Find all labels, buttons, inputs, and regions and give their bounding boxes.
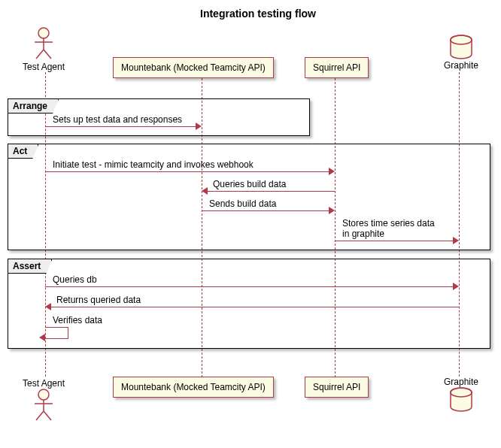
actor-test-agent-bottom: Test Agent [23,377,65,422]
diagram-title: Integration testing flow [8,8,501,20]
actor-test-agent-top: Test Agent [23,27,65,72]
message-stores-ts: Stores time series data in graphite [335,219,459,233]
group-assert-label: Assert [8,259,52,274]
participant-mountebank-top: Mountebank (Mocked Teamcity API) [113,57,274,78]
participant-mountebank-bottom: Mountebank (Mocked Teamcity API) [113,377,274,398]
svg-point-7 [38,389,49,400]
message-initiate: Initiate test - mimic teamcity and invok… [45,161,335,174]
participant-squirrel-bottom: Squirrel API [305,377,369,398]
message-sends-build-label: Sends build data [209,198,276,209]
participant-squirrel-top: Squirrel API [305,57,369,78]
message-initiate-label: Initiate test - mimic teamcity and invok… [53,159,254,170]
group-arrange-label: Arrange [8,99,59,114]
database-icon [446,35,476,60]
database-graphite-label-top: Graphite [444,60,478,71]
message-queries-db-label: Queries db [53,274,97,285]
message-verifies: Verifies data [45,316,135,330]
diagram-stage: Test Agent Mountebank (Mocked Teamcity A… [8,27,493,433]
svg-line-4 [44,50,51,59]
database-graphite-label-bottom: Graphite [444,377,478,387]
svg-point-0 [38,28,49,38]
message-verifies-label: Verifies data [53,315,102,325]
database-graphite-top: Graphite [444,35,478,71]
message-stores-ts-label1: Stores time series data [342,218,435,229]
database-icon [446,387,476,413]
actor-test-agent-label-top: Test Agent [23,62,65,72]
message-setup: Sets up test data and responses [45,116,202,129]
svg-line-11 [44,411,51,420]
message-sends-build: Sends build data [202,200,335,213]
message-setup-label: Sets up test data and responses [53,114,182,125]
message-queries-build: Queries build data [202,180,335,194]
message-returns-data-label: Returns queried data [56,295,141,305]
database-graphite-bottom: Graphite [444,377,478,413]
actor-test-agent-label-bottom: Test Agent [23,378,65,389]
message-queries-build-label: Queries build data [213,179,286,189]
message-returns-data: Returns queried data [45,296,459,310]
person-icon [23,389,65,422]
person-icon [23,27,65,60]
svg-line-3 [36,50,44,59]
group-act-label: Act [8,144,38,159]
message-queries-db: Queries db [45,276,459,289]
message-stores-ts-label2: in graphite [342,229,384,239]
svg-line-10 [36,411,44,420]
